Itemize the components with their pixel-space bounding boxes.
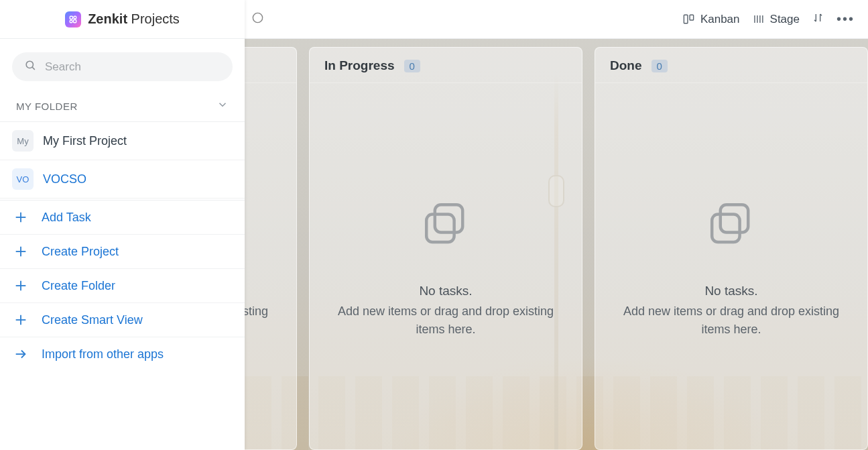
action-item[interactable]: Create Project bbox=[0, 235, 245, 269]
sidebar-header: Zenkit Projects bbox=[0, 0, 245, 39]
action-label: Import from other apps bbox=[42, 347, 164, 361]
brand-title: Zenkit Projects bbox=[88, 11, 180, 27]
action-label: Create Folder bbox=[42, 279, 115, 293]
svg-rect-24 bbox=[435, 205, 462, 232]
action-label: Create Project bbox=[42, 245, 119, 259]
sort-icon[interactable] bbox=[812, 11, 824, 27]
more-icon[interactable]: ••• bbox=[836, 11, 855, 27]
column-title: In Progress bbox=[324, 58, 395, 73]
project-item[interactable]: VO VOCSO bbox=[0, 160, 245, 199]
folder-title: MY FOLDER bbox=[16, 101, 78, 112]
action-item[interactable]: Import from other apps bbox=[0, 337, 245, 371]
action-label: Add Task bbox=[42, 211, 91, 225]
empty-subtitle: Add new items or drag and drop existing … bbox=[328, 302, 563, 339]
svg-line-5 bbox=[32, 67, 35, 70]
plus-icon bbox=[13, 244, 28, 259]
svg-rect-25 bbox=[426, 215, 454, 242]
svg-rect-1 bbox=[74, 16, 76, 19]
kanban-column[interactable]: To-Do 0 No tasks. Add new items or drag … bbox=[245, 47, 297, 450]
column-title: Done bbox=[610, 58, 642, 73]
search-container bbox=[0, 39, 245, 95]
svg-rect-27 bbox=[712, 215, 739, 242]
empty-subtitle: Add new items or drag and drop existing … bbox=[245, 302, 277, 339]
column-body[interactable]: No tasks. Add new items or drag and drop… bbox=[595, 83, 867, 449]
empty-stack-icon bbox=[416, 194, 476, 257]
plus-icon bbox=[13, 313, 28, 327]
plus-icon bbox=[13, 278, 28, 293]
view-stage-label: Stage bbox=[770, 13, 800, 26]
column-header: Done 0 bbox=[595, 48, 867, 83]
column-header: In Progress 0 bbox=[310, 48, 582, 83]
empty-stack-icon bbox=[701, 194, 761, 257]
action-label: Create Smart View bbox=[42, 313, 143, 327]
quick-actions: Add Task Create Project Create Folder Cr… bbox=[0, 200, 245, 371]
folder-section-header[interactable]: MY FOLDER bbox=[0, 95, 245, 122]
svg-point-15 bbox=[253, 13, 262, 22]
arrow-right-icon bbox=[13, 347, 28, 361]
column-count-badge: 0 bbox=[652, 60, 668, 72]
action-item[interactable]: Create Smart View bbox=[0, 303, 245, 337]
empty-subtitle: Add new items or drag and drop existing … bbox=[614, 302, 849, 339]
project-name: My First Project bbox=[43, 134, 127, 148]
kanban-columns: To-Do 0 No tasks. Add new items or drag … bbox=[245, 39, 868, 450]
view-kanban[interactable]: Kanban bbox=[682, 13, 740, 26]
view-kanban-label: Kanban bbox=[700, 13, 740, 26]
column-body[interactable]: No tasks. Add new items or drag and drop… bbox=[310, 83, 582, 449]
svg-rect-26 bbox=[721, 205, 748, 232]
project-avatar: My bbox=[12, 130, 34, 152]
svg-rect-3 bbox=[74, 19, 76, 22]
column-header: To-Do 0 bbox=[245, 48, 296, 83]
search-icon bbox=[24, 59, 37, 74]
toolbar: Kanban Stage ••• bbox=[245, 0, 868, 39]
project-item[interactable]: My My First Project bbox=[0, 122, 245, 160]
svg-rect-17 bbox=[690, 15, 694, 20]
action-item[interactable]: Add Task bbox=[0, 201, 245, 235]
view-stage[interactable]: Stage bbox=[752, 13, 800, 26]
zenkit-logo-icon bbox=[65, 11, 81, 27]
empty-title: No tasks. bbox=[704, 284, 757, 298]
sidebar: Zenkit Projects MY FOLDER My My First Pr… bbox=[0, 0, 245, 450]
chevron-down-icon bbox=[216, 99, 229, 113]
project-list: My My First Project VO VOCSO bbox=[0, 122, 245, 199]
svg-rect-16 bbox=[684, 15, 688, 23]
column-count-badge: 0 bbox=[404, 60, 420, 72]
action-item[interactable]: Create Folder bbox=[0, 269, 245, 303]
help-icon[interactable] bbox=[251, 11, 264, 27]
kanban-column[interactable]: In Progress 0 No tasks. Add new items or… bbox=[309, 47, 582, 450]
kanban-column[interactable]: Done 0 No tasks. Add new items or drag a… bbox=[595, 47, 868, 450]
search-box[interactable] bbox=[12, 52, 233, 81]
board: To-Do 0 No tasks. Add new items or drag … bbox=[245, 39, 868, 450]
project-avatar: VO bbox=[12, 168, 34, 190]
empty-title: No tasks. bbox=[419, 284, 472, 298]
svg-point-4 bbox=[26, 61, 33, 68]
main-area: Kanban Stage ••• To-Do 0 bbox=[245, 0, 868, 450]
search-input[interactable] bbox=[45, 60, 221, 74]
column-body[interactable]: No tasks. Add new items or drag and drop… bbox=[245, 83, 296, 449]
svg-rect-2 bbox=[70, 20, 72, 23]
plus-icon bbox=[13, 210, 28, 225]
svg-rect-0 bbox=[70, 16, 72, 19]
project-name: VOCSO bbox=[43, 172, 86, 186]
